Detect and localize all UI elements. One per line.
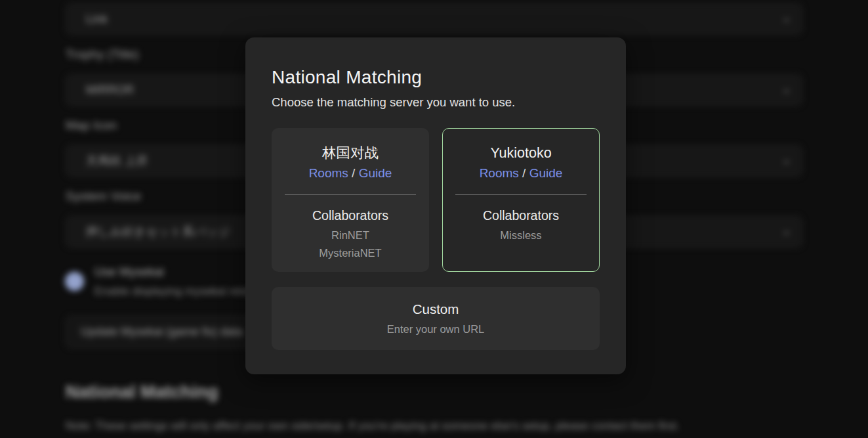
server-name: 林国对战 bbox=[322, 144, 379, 162]
server-name: Yukiotoko bbox=[490, 144, 551, 162]
national-matching-section-heading: National Matching bbox=[66, 382, 218, 403]
chevron-down-icon: ⌄ bbox=[781, 81, 791, 96]
map-icon-label: Map Icon bbox=[66, 118, 117, 133]
link-separator: / bbox=[519, 166, 529, 180]
collaborator-name: Missless bbox=[500, 229, 541, 241]
national-matching-note: Note: These settings will only affect yo… bbox=[66, 420, 680, 433]
guide-link[interactable]: Guide bbox=[529, 166, 563, 180]
custom-server-card[interactable]: Custom Enter your own URL bbox=[272, 287, 600, 350]
update-mysekai-button-label: Update Mysekai (game fix) data bbox=[81, 325, 243, 339]
divider bbox=[455, 194, 587, 195]
divider bbox=[285, 194, 416, 195]
collaborator-name: MysteriaNET bbox=[319, 247, 381, 259]
link-separator: / bbox=[348, 166, 359, 180]
system-voice-label: System Voice bbox=[66, 189, 141, 204]
guide-link[interactable]: Guide bbox=[359, 166, 392, 180]
national-matching-modal: National Matching Choose the matching se… bbox=[245, 37, 626, 374]
collaborator-name: RinNET bbox=[331, 229, 369, 241]
server-options: 林国对战 Rooms / Guide Collaborators RinNET … bbox=[272, 128, 600, 272]
chevron-down-icon: ⌄ bbox=[781, 11, 791, 25]
chevron-down-icon: ⌄ bbox=[781, 223, 791, 238]
rooms-link[interactable]: Rooms bbox=[309, 166, 348, 180]
server-links: Rooms / Guide bbox=[309, 166, 392, 181]
collaborators-heading: Collaborators bbox=[312, 208, 388, 223]
custom-card-title: Custom bbox=[413, 301, 459, 317]
server-card-linguoduizhan[interactable]: 林国对战 Rooms / Guide Collaborators RinNET … bbox=[272, 128, 429, 272]
server-card-yukiotoko[interactable]: Yukiotoko Rooms / Guide Collaborators Mi… bbox=[442, 128, 600, 272]
system-voice-value: 押しみ好きセット系バッジ bbox=[86, 224, 230, 240]
use-mysekai-label: Use Mysekai bbox=[94, 265, 164, 279]
trophy-title-label: Trophy (Title) bbox=[66, 47, 139, 62]
modal-subtitle: Choose the matching server you want to u… bbox=[272, 95, 600, 110]
link-input: Link ⌄ bbox=[66, 3, 802, 35]
trophy-title-value: MIRROR bbox=[86, 83, 134, 97]
custom-card-subtitle: Enter your own URL bbox=[387, 323, 485, 336]
collaborators-heading: Collaborators bbox=[483, 208, 559, 223]
chevron-down-icon: ⌄ bbox=[781, 152, 791, 167]
server-links: Rooms / Guide bbox=[480, 166, 563, 181]
map-icon-value: 天馬咲 上昇 bbox=[86, 153, 148, 169]
rooms-link[interactable]: Rooms bbox=[480, 166, 519, 180]
link-input-value: Link bbox=[86, 12, 108, 26]
use-mysekai-checkbox bbox=[65, 272, 84, 291]
modal-title: National Matching bbox=[272, 66, 600, 89]
